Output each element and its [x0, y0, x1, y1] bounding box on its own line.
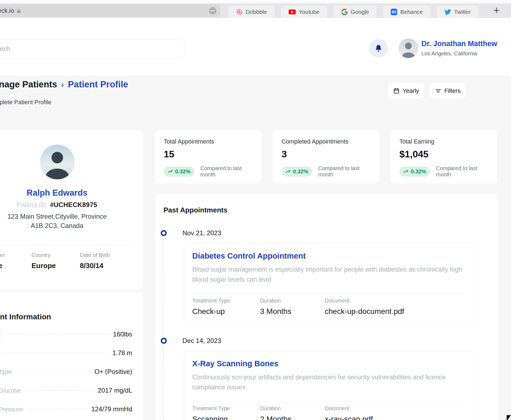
appointment-date: Dec 14, 2023	[182, 337, 221, 345]
info-label: Blood Glucose:	[0, 387, 22, 394]
timeline-entry-1: Nov 21, 2023	[161, 229, 221, 237]
appointment-document: Document x-ray-scan.pdf	[325, 405, 373, 420]
timeline-dot-icon	[161, 338, 167, 344]
past-appointments-panel: Past Appointments Nov 21, 2023 Diabetes …	[154, 194, 498, 420]
appointment-treatment: Treatment Type Sccanning	[192, 405, 230, 420]
dotted-leader	[6, 334, 109, 335]
field-label: Country	[31, 252, 56, 258]
appointment-date: Nov 21, 2023	[182, 229, 221, 237]
appointment-title[interactable]: X-Ray Scanning Bones	[192, 359, 463, 368]
calendar-icon	[393, 88, 400, 94]
timeline-line	[163, 239, 164, 420]
appointment-treatment: Treatment Type Check-up	[192, 298, 230, 316]
bookmark-behance[interactable]: Bē Behance	[383, 6, 430, 18]
yearly-button[interactable]: Yearly	[387, 82, 425, 99]
field-value: 8/30/14	[80, 262, 110, 270]
info-row-weight: Weight: 160lbs	[0, 330, 132, 341]
info-row-blood-type: Blood Type: O+ (Positive)	[0, 368, 132, 378]
stat-title: Completed Appointments	[282, 138, 370, 145]
stat-note: Compared to last month	[318, 165, 370, 178]
stat-card-total-appointments: Total Appointments 15 0.32% Compared to …	[154, 130, 262, 184]
meta-label: Duration	[260, 405, 291, 412]
meta-label: Document	[325, 298, 404, 304]
person-silhouette-icon	[40, 145, 75, 179]
bookmark-twitter[interactable]: Twitter	[437, 6, 478, 18]
patient-name: Ralph Edwards	[0, 188, 143, 198]
bookmark-label: Google	[351, 9, 369, 15]
document-link[interactable]: check-up-document.pdf	[325, 307, 404, 316]
stat-change-badge: 0.32%	[399, 167, 430, 177]
stat-change: 0.32%	[175, 168, 191, 175]
bookmark-google[interactable]: Google	[334, 6, 377, 18]
filters-button[interactable]: Filters	[429, 82, 466, 99]
divider	[192, 294, 463, 294]
stat-value: $1,045	[399, 149, 488, 160]
bookmark-youtube[interactable]: Youtube	[281, 6, 327, 18]
stat-value: 3	[282, 149, 370, 160]
trend-up-icon	[403, 170, 409, 173]
meta-value: Sccanning	[192, 415, 230, 420]
appointment-card-1[interactable]: Diabetes Control Appointment Blood sugar…	[184, 243, 474, 325]
field-label: Date of Birth	[80, 252, 110, 258]
appointment-duration: Duration 2 Months	[260, 405, 291, 420]
bookmarks-bar: Dribbble Youtube Google Bē Behance Twitt…	[229, 6, 478, 18]
url-text: ucheck.io	[0, 7, 14, 14]
bookmark-label: Twitter	[454, 9, 471, 15]
dribbble-icon	[236, 9, 243, 15]
doctor-name[interactable]: Dr. Jonathan Matthew	[421, 40, 497, 48]
stat-note: Compared to last month	[436, 165, 488, 178]
browser-tab-strip	[0, 0, 511, 3]
timeline-dot-icon	[161, 230, 167, 236]
patient-id-label: Patient ID:	[17, 201, 47, 209]
page-subtitle: Complete Patient Profile	[0, 99, 51, 106]
field-value: Europe	[31, 262, 56, 270]
google-icon	[341, 9, 348, 15]
info-label: Blood Pressure:	[0, 406, 24, 413]
info-row-height: Height: 1.78 m	[0, 349, 132, 359]
meta-label: Treatment Type	[192, 298, 230, 304]
breadcrumb: Manage Patients › Patient Profile	[0, 79, 128, 90]
meta-label: Treatment Type	[192, 405, 230, 412]
search-box[interactable]	[0, 39, 185, 59]
notification-button[interactable]	[369, 39, 388, 58]
more-icon[interactable]: •••	[209, 7, 216, 14]
meta-value: 2 Months	[260, 415, 291, 420]
stat-change: 0.32%	[411, 168, 426, 175]
stat-change: 0.32%	[293, 168, 308, 175]
trend-up-icon	[285, 170, 291, 173]
appointment-description: Blood sugar management is especially imp…	[192, 264, 463, 284]
stat-title: Total Appointments	[164, 138, 253, 145]
stat-card-completed-appointments: Completed Appointments 3 0.32% Compared …	[272, 130, 380, 184]
search-input[interactable]	[0, 45, 184, 52]
patient-field-dob: Date of Birth 8/30/14	[80, 252, 110, 270]
info-value: 124/79 mmHd	[91, 405, 132, 413]
breadcrumb-parent[interactable]: Manage Patients	[0, 79, 57, 90]
info-label: Weight:	[0, 331, 2, 338]
appointment-title[interactable]: Diabetes Control Appointment	[192, 252, 463, 260]
breadcrumb-current: Patient Profile	[68, 79, 128, 90]
document-link[interactable]: x-ray-scan.pdf	[325, 415, 373, 420]
stat-note: Compared to last month	[200, 165, 253, 178]
doctor-location: Los Angeles, California	[421, 50, 477, 57]
info-row-blood-pressure: Blood Pressure: 124/79 mmHd	[0, 405, 132, 415]
patient-id-row: Patient ID: #UCHECK8975	[0, 201, 143, 209]
appointment-card-2[interactable]: X-Ray Scanning Bones Continuously scn yo…	[184, 351, 474, 420]
appointment-description: Continuously scn your artifacts and depe…	[192, 372, 463, 392]
patient-id-value: #UCHECK8975	[50, 201, 97, 209]
field-label: Gender	[0, 252, 5, 258]
appointment-duration: Duration 3 Months	[260, 298, 291, 316]
browser-toolbar: ucheck.io ••• Dribbble Youtube Google Bē…	[0, 3, 511, 18]
patient-field-country: Country Europe	[31, 252, 56, 270]
address-bar[interactable]: ucheck.io	[0, 4, 220, 17]
past-appointments-title: Past Appointments	[163, 206, 228, 214]
info-row-blood-glucose: Blood Glucose: 2017 mg/dL	[0, 387, 132, 397]
patient-address: 123 Main Street,Cityville, Province A1B …	[0, 212, 143, 230]
bookmark-dribbble[interactable]: Dribbble	[229, 6, 275, 18]
bookmark-label: Behance	[400, 9, 423, 15]
patient-avatar	[40, 145, 75, 179]
meta-label: Document	[325, 405, 373, 412]
doctor-avatar[interactable]	[399, 39, 418, 58]
new-tab-button[interactable]: +	[493, 4, 500, 17]
filters-label: Filters	[444, 87, 461, 94]
appointment-document: Document check-up-document.pdf	[325, 298, 404, 316]
